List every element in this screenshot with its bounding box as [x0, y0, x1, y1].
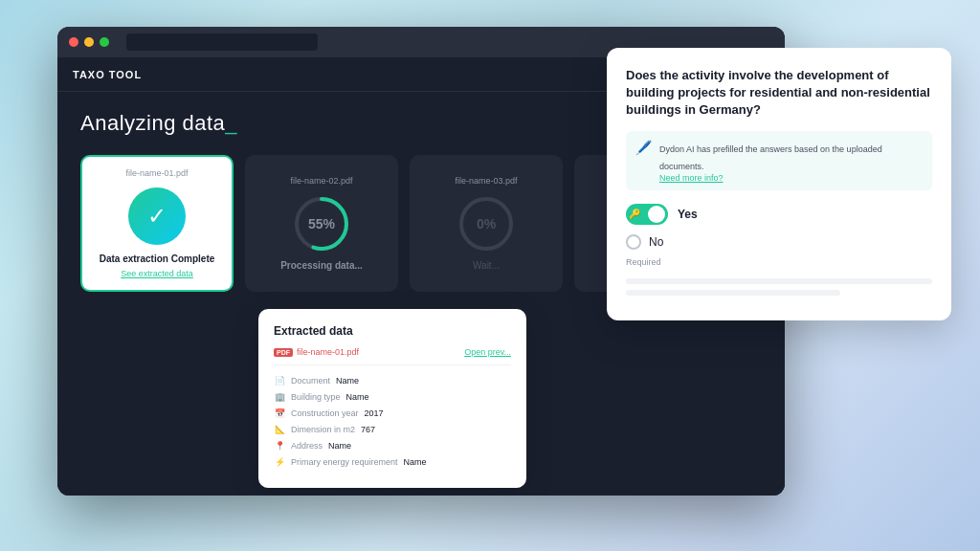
no-label: No: [649, 235, 663, 249]
data-row-4: Dimension in m2 767: [274, 424, 511, 435]
label-building: Building type: [291, 392, 341, 402]
label-address: Address: [291, 441, 323, 451]
yes-label: Yes: [678, 208, 698, 221]
value-dimension: 767: [361, 425, 375, 434]
file-card-3-name: file-name-03.pdf: [455, 176, 517, 186]
value-building: Name: [346, 392, 369, 402]
see-extracted-link[interactable]: See extracted data: [121, 269, 193, 278]
location-icon: [274, 440, 285, 452]
value-document: Name: [336, 376, 359, 386]
ai-note-box: 🖊️ Dydon AI has prefilled the answers ba…: [626, 131, 932, 190]
card-1-status: Data extraction Complete: [100, 253, 215, 265]
separator-2: [626, 290, 840, 296]
file-card-3: file-name-03.pdf 0% Wait...: [410, 155, 563, 292]
required-text: Required: [626, 257, 932, 267]
no-option-row[interactable]: No: [626, 234, 932, 250]
file-card-2: file-name-02.pdf 55% Processing data...: [245, 155, 398, 292]
circle-text-3: 0%: [477, 216, 496, 231]
energy-icon: [274, 456, 285, 468]
circle-container-2: 55%: [293, 195, 350, 253]
close-dot[interactable]: [69, 37, 78, 47]
question-modal: Does the activity involve the developmen…: [607, 48, 951, 320]
extracted-data-panel: Extracted data PDF file-name-01.pdf Open…: [258, 309, 526, 488]
circle-container-3: 0%: [457, 195, 515, 253]
need-more-info-link[interactable]: Need more info?: [659, 173, 923, 183]
data-row-5: Address Name: [274, 440, 511, 452]
file-card-2-name: file-name-02.pdf: [290, 176, 352, 186]
check-circle-1: ✓: [128, 187, 186, 245]
value-energy: Name: [404, 457, 427, 467]
ai-note-text: Dydon AI has prefilled the answers based…: [659, 144, 882, 171]
card-3-waiting: Wait...: [473, 260, 500, 271]
address-bar: [126, 33, 318, 51]
doc-icon: [274, 375, 285, 386]
toggle-knob: [648, 206, 665, 223]
extracted-panel-title: Extracted data: [274, 324, 511, 338]
yes-toggle[interactable]: 🔑: [626, 204, 668, 225]
dimension-icon: [274, 424, 285, 435]
ai-note-icon: 🖊️: [635, 140, 652, 155]
extracted-filename: file-name-01.pdf: [297, 347, 359, 357]
file-badge: PDF file-name-01.pdf: [274, 347, 359, 357]
building-icon: [274, 391, 285, 403]
circle-text-2: 55%: [308, 216, 335, 231]
label-construction-year: Construction year: [291, 408, 359, 418]
data-row-1: Document Name: [274, 375, 511, 386]
ai-note-content: Dydon AI has prefilled the answers based…: [659, 139, 923, 183]
label-energy: Primary energy requirement: [291, 457, 398, 467]
key-icon: 🔑: [629, 209, 640, 219]
card-2-status: Processing data...: [280, 260, 363, 271]
maximize-dot[interactable]: [100, 37, 109, 47]
value-address: Name: [328, 441, 351, 451]
data-row-3: Construction year 2017: [274, 408, 511, 419]
separator-1: [626, 278, 932, 284]
pdf-icon: PDF: [274, 348, 293, 357]
yes-option-row[interactable]: 🔑 Yes: [626, 204, 932, 225]
value-construction-year: 2017: [365, 408, 384, 418]
file-card-1: file-name-01.pdf ✓ Data extraction Compl…: [80, 155, 234, 292]
label-document: Document: [291, 376, 330, 386]
extracted-file-row: PDF file-name-01.pdf Open prev...: [274, 347, 511, 365]
minimize-dot[interactable]: [84, 37, 94, 47]
app-logo: TAXO TOOL: [73, 69, 142, 80]
question-text: Does the activity involve the developmen…: [626, 67, 932, 120]
calendar-icon: [274, 408, 285, 419]
data-row-6: Primary energy requirement Name: [274, 456, 511, 468]
check-icon: ✓: [147, 203, 167, 230]
open-preview-link[interactable]: Open prev...: [464, 347, 511, 357]
data-row-2: Building type Name: [274, 391, 511, 403]
no-radio[interactable]: [626, 234, 641, 250]
label-dimension: Dimension in m2: [291, 425, 355, 434]
file-card-1-name: file-name-01.pdf: [125, 168, 188, 178]
